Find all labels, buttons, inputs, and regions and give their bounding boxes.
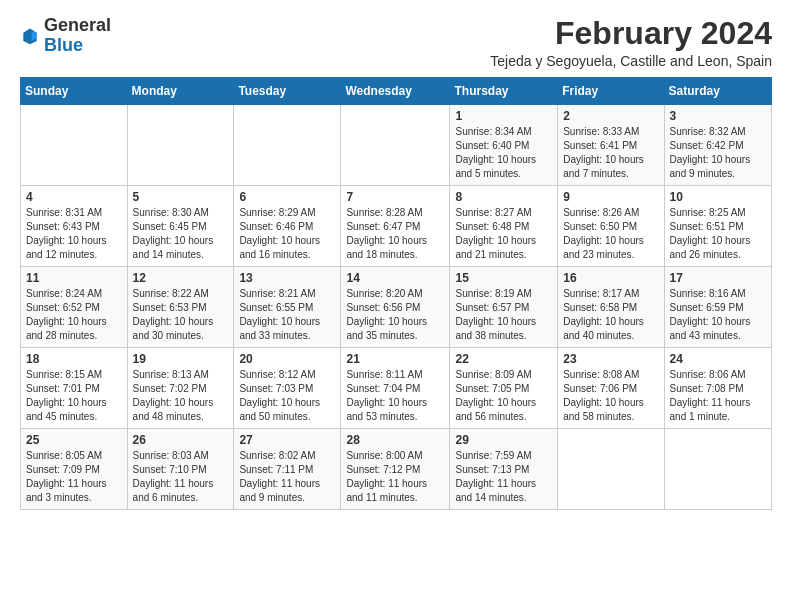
day-info: Sunrise: 8:29 AM Sunset: 6:46 PM Dayligh… [239, 206, 335, 262]
day-number: 25 [26, 433, 122, 447]
calendar-cell: 24Sunrise: 8:06 AM Sunset: 7:08 PM Dayli… [664, 348, 771, 429]
day-number: 16 [563, 271, 658, 285]
day-info: Sunrise: 8:24 AM Sunset: 6:52 PM Dayligh… [26, 287, 122, 343]
calendar-cell: 17Sunrise: 8:16 AM Sunset: 6:59 PM Dayli… [664, 267, 771, 348]
day-info: Sunrise: 8:19 AM Sunset: 6:57 PM Dayligh… [455, 287, 552, 343]
calendar-cell [664, 429, 771, 510]
title-block: February 2024 Tejeda y Segoyuela, Castil… [490, 16, 772, 69]
calendar-cell: 4Sunrise: 8:31 AM Sunset: 6:43 PM Daylig… [21, 186, 128, 267]
day-info: Sunrise: 8:12 AM Sunset: 7:03 PM Dayligh… [239, 368, 335, 424]
calendar-cell [127, 105, 234, 186]
day-info: Sunrise: 8:02 AM Sunset: 7:11 PM Dayligh… [239, 449, 335, 505]
day-number: 3 [670, 109, 766, 123]
day-info: Sunrise: 8:13 AM Sunset: 7:02 PM Dayligh… [133, 368, 229, 424]
logo-general-text: General [44, 15, 111, 35]
day-number: 22 [455, 352, 552, 366]
day-info: Sunrise: 8:08 AM Sunset: 7:06 PM Dayligh… [563, 368, 658, 424]
day-header-saturday: Saturday [664, 78, 771, 105]
calendar-cell: 2Sunrise: 8:33 AM Sunset: 6:41 PM Daylig… [558, 105, 664, 186]
day-number: 28 [346, 433, 444, 447]
day-info: Sunrise: 8:00 AM Sunset: 7:12 PM Dayligh… [346, 449, 444, 505]
day-info: Sunrise: 8:33 AM Sunset: 6:41 PM Dayligh… [563, 125, 658, 181]
calendar-cell: 22Sunrise: 8:09 AM Sunset: 7:05 PM Dayli… [450, 348, 558, 429]
day-info: Sunrise: 8:21 AM Sunset: 6:55 PM Dayligh… [239, 287, 335, 343]
calendar-cell [558, 429, 664, 510]
page-header: General Blue February 2024 Tejeda y Sego… [20, 16, 772, 69]
calendar-header-row: SundayMondayTuesdayWednesdayThursdayFrid… [21, 78, 772, 105]
day-number: 24 [670, 352, 766, 366]
calendar-cell: 28Sunrise: 8:00 AM Sunset: 7:12 PM Dayli… [341, 429, 450, 510]
logo-blue-text: Blue [44, 35, 83, 55]
calendar-week-row: 25Sunrise: 8:05 AM Sunset: 7:09 PM Dayli… [21, 429, 772, 510]
day-number: 27 [239, 433, 335, 447]
calendar-cell: 10Sunrise: 8:25 AM Sunset: 6:51 PM Dayli… [664, 186, 771, 267]
day-header-thursday: Thursday [450, 78, 558, 105]
day-header-sunday: Sunday [21, 78, 128, 105]
day-header-monday: Monday [127, 78, 234, 105]
calendar-cell: 15Sunrise: 8:19 AM Sunset: 6:57 PM Dayli… [450, 267, 558, 348]
calendar-cell: 7Sunrise: 8:28 AM Sunset: 6:47 PM Daylig… [341, 186, 450, 267]
day-info: Sunrise: 8:20 AM Sunset: 6:56 PM Dayligh… [346, 287, 444, 343]
calendar-cell: 1Sunrise: 8:34 AM Sunset: 6:40 PM Daylig… [450, 105, 558, 186]
day-info: Sunrise: 8:25 AM Sunset: 6:51 PM Dayligh… [670, 206, 766, 262]
day-number: 2 [563, 109, 658, 123]
calendar-cell: 18Sunrise: 8:15 AM Sunset: 7:01 PM Dayli… [21, 348, 128, 429]
calendar-cell [21, 105, 128, 186]
day-info: Sunrise: 8:28 AM Sunset: 6:47 PM Dayligh… [346, 206, 444, 262]
day-number: 11 [26, 271, 122, 285]
day-info: Sunrise: 8:31 AM Sunset: 6:43 PM Dayligh… [26, 206, 122, 262]
calendar-week-row: 11Sunrise: 8:24 AM Sunset: 6:52 PM Dayli… [21, 267, 772, 348]
day-info: Sunrise: 8:11 AM Sunset: 7:04 PM Dayligh… [346, 368, 444, 424]
calendar-cell: 26Sunrise: 8:03 AM Sunset: 7:10 PM Dayli… [127, 429, 234, 510]
calendar-cell: 5Sunrise: 8:30 AM Sunset: 6:45 PM Daylig… [127, 186, 234, 267]
day-number: 29 [455, 433, 552, 447]
day-number: 18 [26, 352, 122, 366]
day-info: Sunrise: 8:09 AM Sunset: 7:05 PM Dayligh… [455, 368, 552, 424]
day-info: Sunrise: 8:32 AM Sunset: 6:42 PM Dayligh… [670, 125, 766, 181]
day-number: 15 [455, 271, 552, 285]
calendar-cell: 25Sunrise: 8:05 AM Sunset: 7:09 PM Dayli… [21, 429, 128, 510]
day-info: Sunrise: 8:17 AM Sunset: 6:58 PM Dayligh… [563, 287, 658, 343]
day-number: 19 [133, 352, 229, 366]
day-number: 9 [563, 190, 658, 204]
calendar-cell: 8Sunrise: 8:27 AM Sunset: 6:48 PM Daylig… [450, 186, 558, 267]
calendar-week-row: 1Sunrise: 8:34 AM Sunset: 6:40 PM Daylig… [21, 105, 772, 186]
day-info: Sunrise: 8:26 AM Sunset: 6:50 PM Dayligh… [563, 206, 658, 262]
day-info: Sunrise: 8:30 AM Sunset: 6:45 PM Dayligh… [133, 206, 229, 262]
day-info: Sunrise: 7:59 AM Sunset: 7:13 PM Dayligh… [455, 449, 552, 505]
day-number: 14 [346, 271, 444, 285]
calendar-cell [234, 105, 341, 186]
calendar-week-row: 4Sunrise: 8:31 AM Sunset: 6:43 PM Daylig… [21, 186, 772, 267]
day-number: 6 [239, 190, 335, 204]
calendar-cell: 27Sunrise: 8:02 AM Sunset: 7:11 PM Dayli… [234, 429, 341, 510]
day-number: 1 [455, 109, 552, 123]
calendar-cell: 6Sunrise: 8:29 AM Sunset: 6:46 PM Daylig… [234, 186, 341, 267]
calendar-cell: 20Sunrise: 8:12 AM Sunset: 7:03 PM Dayli… [234, 348, 341, 429]
location-subtitle: Tejeda y Segoyuela, Castille and Leon, S… [490, 53, 772, 69]
day-number: 4 [26, 190, 122, 204]
day-info: Sunrise: 8:22 AM Sunset: 6:53 PM Dayligh… [133, 287, 229, 343]
calendar-cell: 12Sunrise: 8:22 AM Sunset: 6:53 PM Dayli… [127, 267, 234, 348]
calendar-table: SundayMondayTuesdayWednesdayThursdayFrid… [20, 77, 772, 510]
day-info: Sunrise: 8:05 AM Sunset: 7:09 PM Dayligh… [26, 449, 122, 505]
day-info: Sunrise: 8:34 AM Sunset: 6:40 PM Dayligh… [455, 125, 552, 181]
logo: General Blue [20, 16, 111, 56]
calendar-cell: 21Sunrise: 8:11 AM Sunset: 7:04 PM Dayli… [341, 348, 450, 429]
day-number: 7 [346, 190, 444, 204]
calendar-cell [341, 105, 450, 186]
day-number: 12 [133, 271, 229, 285]
day-info: Sunrise: 8:06 AM Sunset: 7:08 PM Dayligh… [670, 368, 766, 424]
day-info: Sunrise: 8:03 AM Sunset: 7:10 PM Dayligh… [133, 449, 229, 505]
calendar-cell: 9Sunrise: 8:26 AM Sunset: 6:50 PM Daylig… [558, 186, 664, 267]
day-number: 17 [670, 271, 766, 285]
day-number: 8 [455, 190, 552, 204]
day-header-tuesday: Tuesday [234, 78, 341, 105]
calendar-cell: 23Sunrise: 8:08 AM Sunset: 7:06 PM Dayli… [558, 348, 664, 429]
logo-icon [20, 26, 40, 46]
day-header-wednesday: Wednesday [341, 78, 450, 105]
day-info: Sunrise: 8:15 AM Sunset: 7:01 PM Dayligh… [26, 368, 122, 424]
day-number: 5 [133, 190, 229, 204]
day-info: Sunrise: 8:27 AM Sunset: 6:48 PM Dayligh… [455, 206, 552, 262]
day-number: 10 [670, 190, 766, 204]
day-number: 13 [239, 271, 335, 285]
